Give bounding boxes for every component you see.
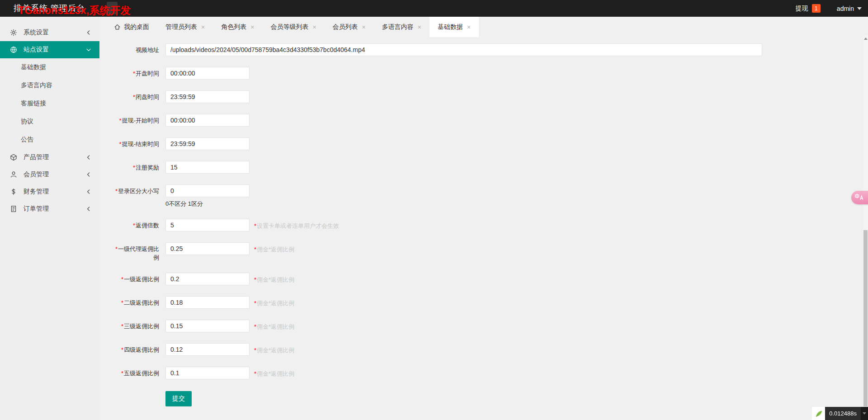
- tab-1[interactable]: 管理员列表×: [157, 17, 213, 37]
- sidebar-item-1[interactable]: 站点设置: [0, 41, 99, 58]
- sidebar-item-label: 会员管理: [24, 170, 49, 179]
- sidebar-subitem-1-3[interactable]: 协议: [0, 113, 99, 131]
- required-asterisk: *: [133, 94, 135, 100]
- required-asterisk: *: [254, 347, 256, 354]
- required-asterisk: *: [121, 370, 123, 377]
- close-icon[interactable]: ×: [418, 24, 421, 31]
- field-input-2[interactable]: [165, 90, 250, 103]
- form-row-1: *开盘时间: [111, 67, 868, 80]
- sidebar-item-4[interactable]: 财务管理: [0, 183, 99, 200]
- required-asterisk: *: [254, 323, 256, 330]
- required-asterisk: *: [133, 164, 135, 171]
- field-hint: *设置卡单或者连单用户才会生效: [254, 219, 339, 230]
- field-input-12[interactable]: [165, 343, 250, 356]
- field-label: *一级代理返佣比例: [111, 242, 159, 262]
- field-input-4[interactable]: [165, 137, 250, 150]
- tab-3[interactable]: 会员等级列表×: [262, 17, 324, 37]
- tab-2[interactable]: 角色列表×: [213, 17, 262, 37]
- form-row-3: *提现-开始时间: [111, 114, 868, 127]
- field-input-11[interactable]: [165, 320, 250, 332]
- form-row-7: *返佣倍数*设置卡单或者连单用户才会生效: [111, 219, 868, 231]
- field-hint: *佣金*返佣比例: [254, 367, 294, 378]
- field-input-6[interactable]: [165, 184, 250, 197]
- form-row-10: *二级返佣比例*佣金*返佣比例: [111, 296, 868, 309]
- chevron-left-icon: [85, 171, 92, 178]
- withdraw-count-badge[interactable]: 1: [812, 4, 821, 13]
- field-hint: *佣金*返佣比例: [254, 242, 294, 254]
- field-label: *提现-开始时间: [111, 114, 159, 125]
- required-asterisk: *: [119, 117, 122, 124]
- required-asterisk: *: [254, 222, 256, 229]
- scrollbar-thumb[interactable]: [863, 230, 868, 406]
- field-label: *返佣倍数: [111, 219, 159, 230]
- field-input-9[interactable]: [165, 273, 250, 285]
- sidebar-item-2[interactable]: 产品管理: [0, 149, 99, 166]
- home-icon: [114, 24, 121, 30]
- field-input-5[interactable]: [165, 161, 250, 174]
- tab-4[interactable]: 会员列表×: [325, 17, 374, 37]
- order-icon: [10, 205, 17, 212]
- field-label: *五级返佣比例: [111, 367, 159, 378]
- chevron-down-icon: [85, 46, 92, 53]
- sidebar-item-label: 产品管理: [24, 153, 49, 161]
- submit-button[interactable]: 提交: [165, 391, 192, 406]
- chevron-down-icon: [857, 7, 862, 10]
- sidebar-item-label: 系统设置: [24, 28, 49, 37]
- sidebar-subitem-1-0[interactable]: 基础数据: [0, 58, 99, 76]
- tab-5[interactable]: 多语言内容×: [374, 17, 429, 37]
- cube-icon: [10, 154, 17, 161]
- tab-0[interactable]: 我的桌面: [106, 17, 157, 37]
- sidebar-item-0[interactable]: 系统设置: [0, 24, 99, 41]
- field-input-col: [159, 320, 250, 332]
- close-icon[interactable]: ×: [467, 24, 471, 31]
- withdraw-link[interactable]: 提现: [796, 5, 808, 13]
- main-content: 视频地址*开盘时间*闭盘时间*提现-开始时间*提现-结束时间*注册奖励*登录区分…: [99, 37, 868, 420]
- thinkphp-logo-icon[interactable]: [812, 407, 825, 420]
- close-icon[interactable]: ×: [362, 24, 366, 31]
- required-asterisk: *: [254, 246, 256, 253]
- tab-label: 会员等级列表: [270, 23, 308, 31]
- form-row-12: *四级返佣比例*佣金*返佣比例: [111, 343, 868, 356]
- field-input-7[interactable]: [165, 219, 250, 231]
- field-input-col: [159, 273, 250, 285]
- field-input-10[interactable]: [165, 296, 250, 309]
- tab-label: 管理员列表: [165, 23, 197, 31]
- field-input-1[interactable]: [165, 67, 250, 80]
- tab-label: 我的桌面: [124, 23, 149, 31]
- sidebar-item-3[interactable]: 会员管理: [0, 166, 99, 183]
- sidebar-subitem-1-4[interactable]: 公告: [0, 131, 99, 149]
- field-input-col: [159, 137, 250, 150]
- close-icon[interactable]: ×: [201, 24, 205, 31]
- vertical-scrollbar[interactable]: [863, 35, 868, 420]
- user-menu[interactable]: admin: [837, 5, 862, 12]
- field-input-8[interactable]: [165, 242, 250, 255]
- close-icon[interactable]: ×: [312, 24, 316, 31]
- tab-6[interactable]: 基础数据×: [429, 17, 479, 37]
- field-input-col: [159, 367, 250, 379]
- field-input-13[interactable]: [165, 367, 250, 379]
- field-label: *闭盘时间: [111, 90, 159, 101]
- sidebar-subitem-1-1[interactable]: 多语言内容: [0, 76, 99, 94]
- field-hint: *佣金*返佣比例: [254, 343, 294, 354]
- translate-button[interactable]: [851, 191, 868, 204]
- required-asterisk: *: [121, 346, 123, 353]
- page-load-time: 0.012488s: [825, 407, 861, 420]
- settings-form: 视频地址*开盘时间*闭盘时间*提现-开始时间*提现-结束时间*注册奖励*登录区分…: [111, 43, 868, 379]
- field-hint: *佣金*返佣比例: [254, 320, 294, 331]
- field-input-col: 0不区分 1区分: [159, 184, 250, 208]
- field-input-col: [159, 114, 250, 127]
- sidebar-subitem-1-2[interactable]: 客服链接: [0, 94, 99, 113]
- tab-label: 基础数据: [438, 23, 463, 31]
- required-asterisk: *: [115, 188, 118, 194]
- field-input-col: [159, 242, 250, 255]
- scroll-up-arrow-icon[interactable]: [863, 35, 868, 42]
- field-input-col: [159, 161, 250, 174]
- sidebar-item-5[interactable]: 订单管理: [0, 200, 99, 217]
- close-icon[interactable]: ×: [250, 24, 254, 31]
- required-asterisk: *: [133, 222, 135, 229]
- field-input-3[interactable]: [165, 114, 250, 127]
- trace-toggle-caret[interactable]: [861, 407, 868, 420]
- field-hint: *佣金*返佣比例: [254, 296, 294, 307]
- field-input-0[interactable]: [165, 43, 762, 56]
- field-hint: *佣金*返佣比例: [254, 273, 294, 284]
